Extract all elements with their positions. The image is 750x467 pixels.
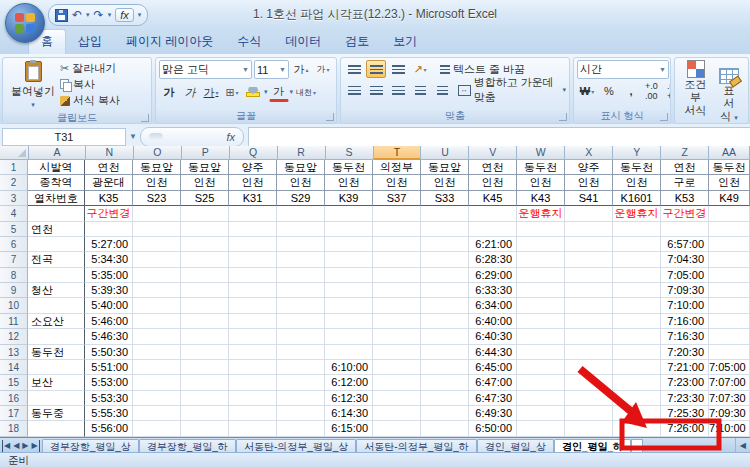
cell-U9[interactable]: [421, 283, 469, 298]
cell-R11[interactable]: [277, 314, 325, 329]
cell-W2[interactable]: 인천: [517, 175, 565, 190]
cell-U3[interactable]: S33: [421, 191, 469, 206]
cell-O7[interactable]: [133, 252, 181, 267]
cell-Y15[interactable]: [613, 375, 661, 390]
cell-W8[interactable]: [517, 268, 565, 283]
cell-Q15[interactable]: [229, 375, 277, 390]
cell-A1[interactable]: 시발역: [28, 160, 85, 175]
cell-W7[interactable]: [517, 252, 565, 267]
cell-P8[interactable]: [181, 268, 229, 283]
cell-Q6[interactable]: [229, 237, 277, 252]
cell-P17[interactable]: [181, 406, 229, 421]
cell-A11[interactable]: 소요산: [28, 314, 85, 329]
cell-AA6[interactable]: [709, 237, 750, 252]
cell-N3[interactable]: K35: [85, 191, 133, 206]
row-header-13[interactable]: 13: [0, 345, 28, 360]
cell-P5[interactable]: [181, 222, 229, 237]
cell-W1[interactable]: 동두천: [517, 160, 565, 175]
cell-AA5[interactable]: [709, 222, 750, 237]
cell-T5[interactable]: [373, 222, 421, 237]
align-bottom-button[interactable]: [388, 60, 408, 78]
cell-U12[interactable]: [421, 329, 469, 344]
cell-T3[interactable]: S37: [373, 191, 421, 206]
cell-X5[interactable]: [565, 222, 613, 237]
cell-A13[interactable]: 동두천: [28, 345, 85, 360]
cell-N7[interactable]: 5:34:30: [85, 252, 133, 267]
cell-T14[interactable]: [373, 360, 421, 375]
format-painter-button[interactable]: 서식 복사: [60, 93, 120, 108]
cell-P7[interactable]: [181, 252, 229, 267]
cell-R18[interactable]: [277, 421, 325, 436]
cell-AA1[interactable]: 동두천: [709, 160, 750, 175]
cell-S10[interactable]: [325, 298, 373, 313]
column-header-Y[interactable]: Y: [613, 146, 661, 160]
cell-AA4[interactable]: [709, 206, 750, 221]
sheet-tab-경인_평일_상[interactable]: 경인_평일_상: [477, 439, 554, 453]
cell-W5[interactable]: [517, 222, 565, 237]
cell-P14[interactable]: [181, 360, 229, 375]
cell-X8[interactable]: [565, 268, 613, 283]
cell-Z9[interactable]: 7:09:30: [661, 283, 709, 298]
number-format-combo[interactable]: 시간▼: [577, 60, 669, 79]
column-header-S[interactable]: S: [326, 146, 374, 160]
cell-R13[interactable]: [277, 345, 325, 360]
row-header-17[interactable]: 17: [0, 406, 28, 421]
ribbon-tab-검토[interactable]: 검토: [333, 30, 381, 54]
grow-font-button[interactable]: 가▴: [291, 60, 311, 78]
cell-AA15[interactable]: 7:07:00: [709, 375, 750, 390]
column-header-R[interactable]: R: [278, 146, 326, 160]
ribbon-tab-삽입[interactable]: 삽입: [66, 30, 114, 54]
cell-P2[interactable]: 인천: [181, 175, 229, 190]
paste-button[interactable]: 붙여넣기 ▾: [6, 60, 60, 110]
cell-O14[interactable]: [133, 360, 181, 375]
cell-V13[interactable]: 6:44:30: [469, 345, 517, 360]
cell-W9[interactable]: [517, 283, 565, 298]
sheet-tab-경인_평일_하[interactable]: 경인_평일_하: [554, 439, 631, 453]
cell-S3[interactable]: K39: [325, 191, 373, 206]
conditional-formatting-button[interactable]: 조건부 서식 ▾: [678, 60, 713, 124]
cell-Z3[interactable]: K53: [661, 191, 709, 206]
row-header-9[interactable]: 9: [0, 283, 28, 298]
underline-button[interactable]: 가▾: [201, 83, 221, 101]
cell-N12[interactable]: 5:46:30: [85, 329, 133, 344]
cell-Y2[interactable]: 인천: [613, 175, 661, 190]
row-header-6[interactable]: 6: [0, 237, 28, 252]
name-box[interactable]: T31: [2, 128, 126, 146]
cell-Q11[interactable]: [229, 314, 277, 329]
cell-N8[interactable]: 5:35:00: [85, 268, 133, 283]
cell-W14[interactable]: [517, 360, 565, 375]
cell-T9[interactable]: [373, 283, 421, 298]
phonetic-button[interactable]: 내천▾: [294, 83, 318, 101]
cell-X6[interactable]: [565, 237, 613, 252]
cell-O3[interactable]: S23: [133, 191, 181, 206]
cell-Z4[interactable]: 구간변경: [661, 206, 709, 221]
row-header-10[interactable]: 10: [0, 298, 28, 313]
cell-AA7[interactable]: [709, 252, 750, 267]
cell-AA12[interactable]: [709, 329, 750, 344]
cell-N14[interactable]: 5:51:00: [85, 360, 133, 375]
cell-V7[interactable]: 6:28:30: [469, 252, 517, 267]
prev-sheet-icon[interactable]: ◀: [13, 440, 19, 452]
cell-O8[interactable]: [133, 268, 181, 283]
cell-V16[interactable]: 6:47:30: [469, 391, 517, 406]
cell-Z5[interactable]: [661, 222, 709, 237]
cell-V8[interactable]: 6:29:00: [469, 268, 517, 283]
cell-O6[interactable]: [133, 237, 181, 252]
cell-Q13[interactable]: [229, 345, 277, 360]
cell-W13[interactable]: [517, 345, 565, 360]
cell-V5[interactable]: [469, 222, 517, 237]
cell-O16[interactable]: [133, 391, 181, 406]
column-header-O[interactable]: O: [134, 146, 182, 160]
sheet-tab-경부장항_평일_하[interactable]: 경부장항_평일_하: [139, 439, 236, 453]
cell-O18[interactable]: [133, 421, 181, 436]
last-sheet-icon[interactable]: ▶: [31, 440, 39, 452]
cell-Q17[interactable]: [229, 406, 277, 421]
cell-O2[interactable]: 인천: [133, 175, 181, 190]
cell-S14[interactable]: 6:10:00: [325, 360, 373, 375]
cell-X10[interactable]: [565, 298, 613, 313]
cell-U5[interactable]: [421, 222, 469, 237]
cell-W18[interactable]: [517, 421, 565, 436]
cell-X16[interactable]: [565, 391, 613, 406]
align-left-button[interactable]: [344, 81, 364, 99]
cell-Q12[interactable]: [229, 329, 277, 344]
